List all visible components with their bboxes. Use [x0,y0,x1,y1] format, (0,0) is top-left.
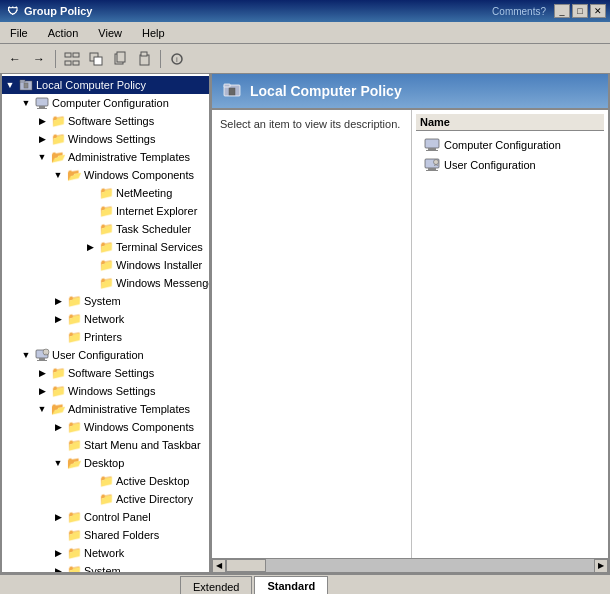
expander-terminal[interactable]: ▶ [82,239,98,255]
tree-row-active-desktop[interactable]: ▶ 📁 Active Desktop [82,472,209,490]
tree-row-netmeeting[interactable]: ▶ 📁 NetMeeting [82,184,209,202]
expander-controlpanel[interactable]: ▶ [50,509,66,525]
expander-win-settings[interactable]: ▶ [34,131,50,147]
terminal-icon: 📁 [98,239,114,255]
svg-rect-1 [73,53,79,57]
close-button[interactable]: ✕ [590,4,606,18]
tree-row-controlpanel[interactable]: ▶ 📁 Control Panel [50,508,209,526]
toolbar: ← → i [0,44,610,74]
tree-row-user-system[interactable]: ▶ 📁 System [50,562,209,572]
label-taskscheduler: Task Scheduler [114,223,191,235]
menu-view[interactable]: View [92,25,128,41]
list-item-user[interactable]: User Configuration [420,155,600,175]
tree-row-active-directory[interactable]: ▶ 📁 Active Directory [82,490,209,508]
window-title: Group Policy [24,5,92,17]
comments-link[interactable]: Comments? [492,6,546,17]
tab-extended[interactable]: Extended [180,576,252,594]
tree-row-user-winsettings[interactable]: ▶ 📁 Windows Settings [34,382,209,400]
label-active-directory: Active Directory [114,493,193,505]
list-column-name: Name [420,116,450,128]
svg-rect-30 [426,170,438,171]
back-button[interactable]: ← [4,48,26,70]
label-user-config: User Configuration [50,349,144,361]
tree-row-user-sw[interactable]: ▶ 📁 Software Settings [34,364,209,382]
expander-network[interactable]: ▶ [50,311,66,327]
tree-row-computer-config[interactable]: ▼ Computer Configuration [18,94,209,112]
scroll-right-button[interactable]: ▶ [594,559,608,573]
svg-rect-25 [425,139,439,148]
controlpanel-icon: 📁 [66,509,82,525]
tree-row-network[interactable]: ▶ 📁 Network [50,310,209,328]
scroll-left-button[interactable]: ◀ [212,559,226,573]
menu-help[interactable]: Help [136,25,171,41]
svg-rect-19 [39,358,45,360]
expander-user-system[interactable]: ▶ [50,563,66,572]
paste-button[interactable] [133,48,155,70]
expander-user-config[interactable]: ▼ [18,347,34,363]
tree-row-desktop[interactable]: ▼ 📂 Desktop [50,454,209,472]
expander-win-components[interactable]: ▼ [50,167,66,183]
expander-root[interactable]: ▼ [2,77,18,93]
maximize-button[interactable]: □ [572,4,588,18]
tree-row-sw-settings[interactable]: ▶ 📁 Software Settings [34,112,209,130]
tree-row-user-admin[interactable]: ▼ 📂 Administrative Templates [34,400,209,418]
tree-node-network: ▶ 📁 Network [34,310,209,328]
expander-user-wincomponents[interactable]: ▶ [50,419,66,435]
tree-node-user-wincomponents: ▶ 📁 Windows Components [34,418,209,436]
toolbar-separator-2 [160,50,161,68]
new-window-button[interactable] [85,48,107,70]
tree-row-system[interactable]: ▶ 📁 System [50,292,209,310]
label-user-wincomponents: Windows Components [82,421,194,433]
expander-admin-templates[interactable]: ▼ [34,149,50,165]
menu-file[interactable]: File [4,25,34,41]
tree-row-win-settings[interactable]: ▶ 📁 Windows Settings [34,130,209,148]
expander-user-admin[interactable]: ▼ [34,401,50,417]
label-user-network: Network [82,547,124,559]
tree-row-terminal[interactable]: ▶ 📁 Terminal Services [82,238,209,256]
expander-computer-config[interactable]: ▼ [18,95,34,111]
label-printers: Printers [82,331,122,343]
expander-user-winsettings[interactable]: ▶ [34,383,50,399]
svg-point-31 [434,160,439,165]
list-item-label-user: User Configuration [444,159,536,171]
minimize-button[interactable]: _ [554,4,570,18]
expander-system[interactable]: ▶ [50,293,66,309]
tree-row-admin-templates[interactable]: ▼ 📂 Administrative Templates [34,148,209,166]
tree-row-ie[interactable]: ▶ 📁 Internet Explorer [82,202,209,220]
svg-rect-7 [117,52,125,62]
tree-row-user-network[interactable]: ▶ 📁 Network [50,544,209,562]
menu-action[interactable]: Action [42,25,85,41]
label-computer-config: Computer Configuration [50,97,169,109]
svg-rect-23 [224,84,230,87]
tree-row-startmenu[interactable]: ▶ 📁 Start Menu and Taskbar [50,436,209,454]
tree-node-installer: ▶ 📁 Windows Installer [50,256,209,274]
tree-row-printers[interactable]: ▶ 📁 Printers [50,328,209,346]
tree-row-shared-folders[interactable]: ▶ 📁 Shared Folders [50,526,209,544]
tree-row-win-components[interactable]: ▼ 📂 Windows Components [50,166,209,184]
expander-user-sw[interactable]: ▶ [34,365,50,381]
tree-view-button[interactable] [61,48,83,70]
tree-row-messenger[interactable]: ▶ 📁 Windows Messenger [82,274,209,292]
shared-folders-icon: 📁 [66,527,82,543]
tab-standard[interactable]: Standard [254,576,328,594]
svg-rect-3 [73,61,79,65]
copy-button[interactable] [109,48,131,70]
expander-sw-settings[interactable]: ▶ [34,113,50,129]
properties-button[interactable]: i [166,48,188,70]
tree-row-installer[interactable]: ▶ 📁 Windows Installer [82,256,209,274]
tree-row-user-config[interactable]: ▼ User Configuration [18,346,209,364]
tree-row-taskscheduler[interactable]: ▶ 📁 Task Scheduler [82,220,209,238]
tree-row-user-wincomponents[interactable]: ▶ 📁 Windows Components [50,418,209,436]
svg-rect-20 [37,360,47,361]
scroll-track[interactable] [226,559,594,572]
title-bar: 🛡 Group Policy Comments? _ □ ✕ [0,0,610,22]
admin-templates-icon: 📂 [50,149,66,165]
scrollbar-horizontal[interactable]: ◀ ▶ [212,558,608,572]
expander-user-network[interactable]: ▶ [50,545,66,561]
menu-bar: File Action View Help [0,22,610,44]
tree-row-root[interactable]: ▼ Local Computer Policy [2,76,209,94]
forward-button[interactable]: → [28,48,50,70]
expander-desktop[interactable]: ▼ [50,455,66,471]
scroll-thumb[interactable] [226,559,266,572]
list-item-computer[interactable]: Computer Configuration [420,135,600,155]
